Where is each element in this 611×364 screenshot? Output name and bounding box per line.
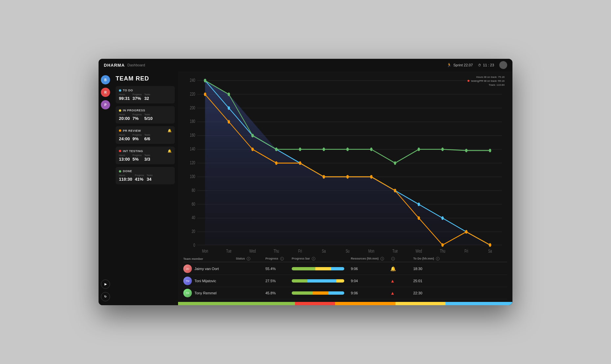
svg-point-77: [465, 149, 467, 152]
svg-point-67: [228, 93, 230, 96]
hours-value-todo: 99:31: [119, 96, 130, 101]
svg-text:Sa: Sa: [322, 248, 326, 254]
time-info: ⏱ 11 : 23: [478, 63, 494, 67]
resources-info-icon[interactable]: i: [380, 257, 384, 261]
th-progress: Progress i: [265, 257, 292, 261]
clock-icon: ⏱: [478, 63, 481, 67]
done-label: DONE: [119, 170, 132, 173]
inttesting-bell-icon: 🔔: [168, 149, 171, 153]
todo-cell-2: 25:01: [413, 279, 446, 283]
svg-point-69: [275, 148, 278, 151]
statusicon-cell-1: 🔔: [390, 266, 413, 271]
svg-point-49: [418, 202, 420, 206]
inprogress-dot: [119, 109, 121, 112]
todo-metrics: Hours 99:31 Progress 37% Tasks 32: [119, 93, 171, 101]
topbar-right: 🏃 Sprint 22.07 ⏱ 11 : 23: [447, 61, 507, 69]
inprogress-label: IN PROGRESS: [119, 109, 145, 112]
svg-point-76: [441, 148, 444, 151]
table-row: TM Toni Mijatovic 27.5% 9:04 ▲: [183, 275, 507, 287]
card-done: DONE Hours 110:30 Progress 41% Tasks 34: [116, 167, 175, 184]
triangle-status-icon-2: ▲: [390, 278, 395, 284]
sidebar-icon-r[interactable]: R: [101, 88, 110, 97]
sprint-icon: 🏃: [447, 63, 452, 67]
play-button[interactable]: ▶: [101, 280, 110, 289]
member-cell-3: TR Tony Remmel: [183, 289, 236, 297]
svg-text:40: 40: [192, 215, 195, 220]
svg-point-56: [275, 161, 278, 165]
bell-status-icon-1: 🔔: [390, 266, 396, 271]
svg-point-70: [299, 148, 301, 151]
statusicon-cell-2: ▲: [390, 278, 413, 284]
bar-cell-1: [292, 267, 351, 270]
svg-point-50: [441, 216, 444, 220]
hours-value-inprogress: 20:00: [119, 116, 130, 121]
todo-info-icon[interactable]: i: [436, 257, 440, 261]
bottom-seg-blue: [445, 302, 512, 305]
svg-text:Mon: Mon: [202, 248, 208, 254]
svg-marker-39: [205, 80, 502, 245]
bottom-seg-green: [178, 302, 295, 305]
hours-value-inttesting: 13:00: [119, 157, 130, 162]
progress-value-todo: 37%: [132, 96, 142, 101]
sidebar-icon-p[interactable]: P: [101, 100, 110, 109]
svg-point-78: [489, 149, 491, 152]
bottom-seg-red: [295, 302, 335, 305]
svg-text:20: 20: [192, 229, 195, 234]
sidebar: B R P ▶ ↻: [99, 71, 112, 305]
status-info-icon[interactable]: i: [247, 257, 250, 261]
card-inprogress: IN PROGRESS Hours 20:00 Progress 7% Task…: [116, 106, 175, 124]
th-todo: To Do (hh:mm) i: [413, 257, 446, 261]
prreview-bell-icon: 🔔: [168, 129, 171, 132]
tasks-value-prreview: 6/6: [144, 136, 150, 141]
card-prreview: PR REVIEW 🔔 Hours 24:00 Progress 9% Task…: [116, 126, 175, 144]
left-panel: TEAM RED TO DO Hours 99:31 Progress: [112, 71, 178, 305]
hours-label-todo: Hours: [119, 93, 130, 96]
progress-value-inprogress: 7%: [132, 116, 142, 121]
resources-cell-3: 9:06: [351, 291, 390, 295]
member-name-1: Jaimy van Oort: [194, 267, 219, 271]
svg-text:220: 220: [190, 91, 195, 97]
progress-value-done: 41%: [135, 177, 144, 182]
bottom-bar: [178, 302, 512, 305]
table-header: Team member Status i Progress i Progress…: [183, 256, 507, 262]
status2-info-icon[interactable]: i: [391, 257, 395, 261]
svg-text:100: 100: [190, 174, 195, 179]
th-resources: Resources (hh:mm) i: [351, 257, 390, 261]
tasks-value-done: 34: [147, 177, 153, 182]
progress-info-icon[interactable]: i: [280, 257, 284, 261]
progress-cell-2: 27.5%: [265, 279, 292, 283]
svg-text:Thu: Thu: [440, 248, 445, 254]
svg-point-71: [323, 148, 325, 151]
svg-point-60: [370, 175, 373, 179]
svg-text:Thu: Thu: [274, 248, 279, 254]
member-cell-2: TM Toni Mijatovic: [183, 277, 236, 285]
svg-point-61: [394, 189, 396, 193]
svg-point-59: [346, 175, 349, 179]
th-status2: i: [390, 257, 413, 261]
sidebar-icon-b[interactable]: B: [101, 75, 110, 84]
chart-legend: Hours till on track: 75.16 testing/PR ti…: [467, 75, 505, 87]
inttesting-label: INT TESTING: [119, 149, 143, 153]
tv-frame: DHARMA Dashboard 🏃 Sprint 22.07 ⏱ 11 : 2…: [99, 59, 512, 305]
tasks-label-todo: Tasks: [144, 93, 150, 96]
prreview-label: PR REVIEW: [119, 129, 141, 132]
th-member: Team member: [183, 257, 236, 261]
svg-text:Mon: Mon: [368, 248, 374, 254]
main-content: B R P ▶ ↻ TEAM RED TO DO Hours: [99, 71, 512, 305]
svg-point-53: [204, 93, 206, 96]
svg-point-68: [251, 134, 254, 137]
member-name-2: Toni Mijatovic: [194, 279, 216, 283]
card-todo: TO DO Hours 99:31 Progress 37% Tasks 32: [116, 86, 175, 103]
bar-info-icon[interactable]: i: [312, 257, 315, 261]
svg-point-75: [418, 148, 420, 151]
svg-point-54: [228, 120, 230, 124]
refresh-button[interactable]: ↻: [101, 292, 110, 301]
inprogress-metrics: Hours 20:00 Progress 7% Tasks 5/10: [119, 113, 171, 121]
triangle-status-icon-3: ▲: [390, 290, 395, 296]
progress-label-todo: Progress: [132, 93, 142, 96]
svg-text:60: 60: [192, 201, 195, 207]
svg-text:Wed: Wed: [249, 248, 256, 254]
user-avatar[interactable]: [499, 61, 507, 69]
tasks-value-inprogress: 5/10: [144, 116, 152, 121]
legend-line2: testing/PR till on track: 55.16: [467, 79, 505, 83]
